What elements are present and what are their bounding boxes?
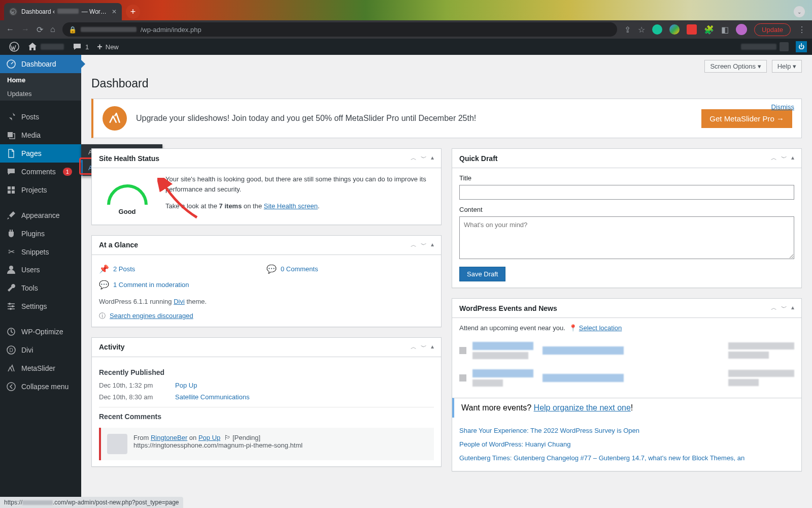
- svg-point-9: [12, 305, 14, 307]
- toggle-icon[interactable]: ▴: [431, 241, 434, 249]
- close-tab-icon[interactable]: ✕: [112, 8, 117, 15]
- events-news-box: WordPress Events and News ︿﹀▴ Attend an …: [452, 298, 802, 471]
- sidebar-item-snippets[interactable]: ✂Snippets: [0, 243, 81, 261]
- profile-avatar[interactable]: [736, 24, 747, 35]
- sidebar-item-wpoptimize[interactable]: WP-Optimize: [0, 323, 81, 341]
- scissors-icon: ✂: [6, 247, 16, 257]
- metaslider-cta-button[interactable]: Get MetaSlider Pro →: [701, 109, 792, 128]
- toggle-icon[interactable]: ▴: [791, 304, 794, 312]
- user-greeting[interactable]: [737, 39, 793, 55]
- new-content-menu[interactable]: + New: [93, 39, 123, 55]
- glance-moderation-link[interactable]: 1 Comment in moderation: [113, 281, 189, 289]
- chrome-menu-icon[interactable]: ⋮: [798, 25, 806, 35]
- screen-options-tab[interactable]: Screen Options ▾: [704, 60, 766, 73]
- save-draft-button[interactable]: Save Draft: [459, 267, 505, 281]
- lock-icon: 🔒: [69, 26, 77, 34]
- glance-comments-link[interactable]: 0 Comments: [281, 265, 318, 273]
- sidebar-item-users[interactable]: Users: [0, 261, 81, 279]
- sidebar-item-comments[interactable]: Comments1: [0, 163, 81, 181]
- sidebar-sub-updates[interactable]: Updates: [0, 87, 81, 101]
- location-pin-icon[interactable]: 📍: [569, 324, 577, 332]
- new-tab-button[interactable]: +: [126, 5, 140, 19]
- plug-icon: [6, 229, 16, 239]
- home-button[interactable]: ⌂: [50, 25, 55, 34]
- news-link[interactable]: Gutenberg Times: Gutenberg Changelog #77…: [459, 451, 794, 465]
- toggle-icon[interactable]: ▴: [791, 154, 794, 163]
- news-link[interactable]: People of WordPress: Huanyi Chuang: [459, 437, 794, 451]
- draft-title-input[interactable]: [459, 185, 794, 200]
- browser-tab-active[interactable]: Dashboard ‹ — WordP… ✕: [4, 3, 122, 20]
- notice-dismiss-link[interactable]: Dismiss: [771, 103, 795, 111]
- site-home-link[interactable]: [23, 39, 68, 55]
- forward-button[interactable]: →: [21, 25, 29, 34]
- back-button[interactable]: ←: [6, 25, 14, 34]
- sidebar-sub-home[interactable]: Home: [0, 73, 81, 87]
- sidebar-item-divi[interactable]: DDivi: [0, 341, 81, 359]
- move-up-icon[interactable]: ︿: [771, 304, 777, 312]
- comment-excerpt: https://ringtonessphone.com/magnum-pi-th…: [133, 441, 302, 449]
- sidebar-item-appearance[interactable]: Appearance: [0, 206, 81, 225]
- extensions-puzzle-icon[interactable]: 🧩: [704, 25, 714, 35]
- comment-post-link[interactable]: Pop Up: [198, 434, 220, 441]
- move-up-icon[interactable]: ︿: [411, 343, 417, 352]
- toggle-icon[interactable]: ▴: [431, 343, 434, 352]
- sidebar-item-settings[interactable]: Settings: [0, 297, 81, 315]
- move-up-icon[interactable]: ︿: [771, 154, 777, 163]
- pin-icon: 📌: [99, 264, 109, 274]
- browser-tab-strip: Dashboard ‹ — WordP… ✕ + ⌄: [0, 0, 812, 20]
- move-down-icon[interactable]: ﹀: [421, 343, 427, 352]
- side-panel-icon[interactable]: ◧: [721, 25, 729, 35]
- move-down-icon[interactable]: ﹀: [421, 241, 427, 249]
- site-health-link[interactable]: Site Health screen: [264, 202, 318, 210]
- logout-icon[interactable]: ⏻: [796, 41, 807, 52]
- wp-logo-menu[interactable]: [5, 39, 23, 55]
- sidebar-collapse[interactable]: Collapse menu: [0, 377, 81, 396]
- reload-button[interactable]: ⟳: [37, 25, 43, 35]
- sidebar-item-plugins[interactable]: Plugins: [0, 225, 81, 243]
- event-row: [459, 364, 794, 392]
- svg-rect-3: [8, 186, 11, 189]
- notice-text: Upgrade your slideshows! Join today and …: [136, 114, 692, 123]
- extension-grammarly-icon[interactable]: [652, 24, 662, 35]
- event-type-icon: [459, 347, 466, 354]
- move-down-icon[interactable]: ﹀: [781, 304, 787, 312]
- sidebar-item-metaslider[interactable]: MetaSlider: [0, 359, 81, 377]
- comment-author-link[interactable]: RingtoneBer: [151, 434, 187, 441]
- move-down-icon[interactable]: ﹀: [421, 154, 427, 163]
- wp-version-line: WordPress 6.1.1 running Divi theme.: [99, 293, 434, 305]
- news-link[interactable]: Share Your Experience: The 2022 WordPres…: [459, 424, 794, 437]
- sidebar-item-tools[interactable]: Tools: [0, 279, 81, 297]
- recent-comments-heading: Recent Comments: [99, 407, 434, 424]
- wordpress-favicon: [9, 8, 17, 16]
- comments-bubble[interactable]: 1: [68, 39, 93, 55]
- sidebar-item-pages[interactable]: Pages All Pages Add New: [0, 144, 81, 163]
- sidebar-item-dashboard[interactable]: Dashboard: [0, 55, 81, 73]
- browser-update-button[interactable]: Update: [754, 23, 791, 36]
- main-content: Screen Options ▾ Help ▾ Dashboard Upgrad…: [81, 55, 812, 508]
- sidebar-label: Posts: [21, 113, 39, 121]
- help-tab[interactable]: Help ▾: [772, 60, 802, 73]
- extension-drive-icon[interactable]: [669, 24, 680, 35]
- share-icon[interactable]: ⇪: [624, 25, 631, 35]
- pending-comment: From RingtoneBer on Pop Up 🏳 [Pending] h…: [99, 428, 434, 460]
- health-gauge: Good: [99, 174, 155, 215]
- glance-posts-link[interactable]: 2 Posts: [113, 265, 135, 273]
- move-down-icon[interactable]: ﹀: [781, 154, 787, 163]
- search-engines-link[interactable]: Search engines discouraged: [110, 312, 193, 320]
- sidebar-item-media[interactable]: Media: [0, 126, 81, 144]
- theme-link[interactable]: Divi: [174, 298, 185, 305]
- sidebar-item-projects[interactable]: Projects: [0, 181, 81, 199]
- tab-overflow-icon[interactable]: ⌄: [794, 6, 805, 17]
- toggle-icon[interactable]: ▴: [431, 154, 434, 163]
- activity-post-link[interactable]: Satellite Communications: [175, 393, 250, 401]
- help-organize-link[interactable]: Help organize the next one: [534, 403, 631, 412]
- move-up-icon[interactable]: ︿: [411, 154, 417, 163]
- select-location-link[interactable]: Select location: [579, 324, 622, 332]
- activity-post-link[interactable]: Pop Up: [175, 382, 197, 389]
- move-up-icon[interactable]: ︿: [411, 241, 417, 249]
- bookmark-star-icon[interactable]: ☆: [638, 25, 645, 35]
- draft-content-textarea[interactable]: [459, 216, 794, 259]
- sidebar-item-posts[interactable]: Posts: [0, 108, 81, 126]
- extension-red-icon[interactable]: [687, 24, 697, 35]
- address-bar[interactable]: 🔒 /wp-admin/index.php: [62, 22, 617, 37]
